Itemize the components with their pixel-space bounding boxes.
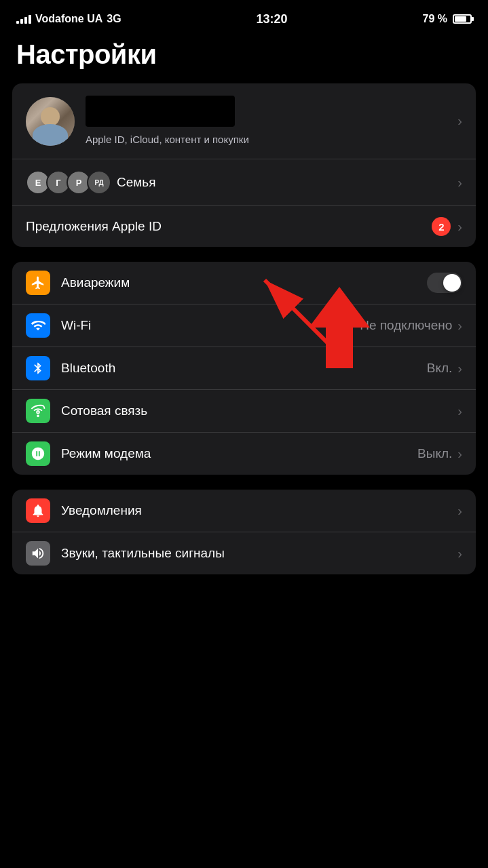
family-label: Семья bbox=[117, 175, 448, 190]
bluetooth-value: Вкл. bbox=[427, 361, 453, 376]
hotspot-value: Выкл. bbox=[417, 446, 452, 461]
avatar bbox=[26, 97, 75, 146]
signal-icon bbox=[16, 14, 31, 24]
family-row[interactable]: Е Г Р РД Семья › bbox=[12, 159, 476, 206]
sounds-label: Звуки, тактильные сигналы bbox=[61, 546, 457, 561]
apple-id-chevron: › bbox=[457, 113, 462, 129]
suggestions-chevron: › bbox=[457, 219, 462, 235]
cellular-chevron: › bbox=[457, 403, 462, 419]
hotspot-icon bbox=[26, 441, 50, 466]
bluetooth-icon bbox=[26, 356, 50, 380]
cellular-icon bbox=[26, 399, 50, 423]
connectivity-card: Авиарежим Wi-Fi Не подключено › Bluetoot… bbox=[12, 262, 476, 475]
sounds-row[interactable]: Звуки, тактильные сигналы › bbox=[12, 532, 476, 574]
notifications-row[interactable]: Уведомления › bbox=[12, 490, 476, 532]
hotspot-label: Режим модема bbox=[61, 446, 417, 461]
battery-percent: 79 % bbox=[423, 13, 447, 25]
battery-icon bbox=[453, 14, 472, 24]
apple-id-subtitle: Apple ID, iCloud, контент и покупки bbox=[86, 132, 447, 146]
bluetooth-label: Bluetooth bbox=[61, 361, 427, 376]
notifications-card: Уведомления › Звуки, тактильные сигналы … bbox=[12, 490, 476, 574]
avatar-image bbox=[26, 97, 75, 146]
family-avatar-4: РД bbox=[87, 170, 111, 195]
status-bar: Vodafone UA 3G 13:20 79 % bbox=[0, 0, 488, 34]
cellular-label: Сотовая связь bbox=[61, 403, 457, 418]
carrier-info: Vodafone UA 3G bbox=[16, 13, 121, 25]
wifi-icon bbox=[26, 313, 50, 338]
carrier-label: Vodafone UA bbox=[35, 13, 102, 25]
network-label: 3G bbox=[107, 13, 121, 25]
airplane-mode-icon bbox=[26, 271, 50, 295]
airplane-mode-toggle[interactable] bbox=[427, 273, 462, 293]
notifications-label: Уведомления bbox=[61, 503, 457, 518]
cellular-row[interactable]: Сотовая связь › bbox=[12, 390, 476, 433]
sounds-icon bbox=[26, 541, 50, 566]
notifications-icon bbox=[26, 498, 50, 523]
suggestions-row[interactable]: Предложения Apple ID 2 › bbox=[12, 206, 476, 247]
battery-info: 79 % bbox=[423, 13, 472, 25]
airplane-mode-label: Авиарежим bbox=[61, 275, 427, 290]
airplane-mode-row[interactable]: Авиарежим bbox=[12, 262, 476, 304]
apple-id-row[interactable]: Apple ID, iCloud, контент и покупки › bbox=[12, 83, 476, 159]
wifi-label: Wi-Fi bbox=[61, 318, 360, 333]
bluetooth-row[interactable]: Bluetooth Вкл. › bbox=[12, 347, 476, 390]
hotspot-row[interactable]: Режим модема Выкл. › bbox=[12, 433, 476, 475]
battery-fill bbox=[455, 16, 466, 22]
suggestions-badge: 2 bbox=[432, 217, 451, 236]
svg-point-3 bbox=[37, 415, 39, 418]
apple-id-name-redacted bbox=[86, 96, 235, 127]
time-label: 13:20 bbox=[257, 12, 288, 26]
account-card: Apple ID, iCloud, контент и покупки › Е … bbox=[12, 83, 476, 247]
wifi-row[interactable]: Wi-Fi Не подключено › bbox=[12, 304, 476, 347]
wifi-chevron: › bbox=[457, 318, 462, 334]
family-chevron: › bbox=[457, 175, 462, 191]
wifi-value: Не подключено bbox=[360, 318, 452, 333]
notifications-chevron: › bbox=[457, 503, 462, 519]
bluetooth-chevron: › bbox=[457, 361, 462, 376]
hotspot-chevron: › bbox=[457, 446, 462, 462]
page-title: Настройки bbox=[0, 34, 488, 83]
apple-id-info: Apple ID, iCloud, контент и покупки bbox=[86, 96, 447, 146]
family-avatars: Е Г Р РД bbox=[26, 170, 107, 195]
airplane-mode-toggle-knob bbox=[443, 274, 461, 292]
suggestions-label: Предложения Apple ID bbox=[26, 219, 432, 234]
sounds-chevron: › bbox=[457, 546, 462, 561]
